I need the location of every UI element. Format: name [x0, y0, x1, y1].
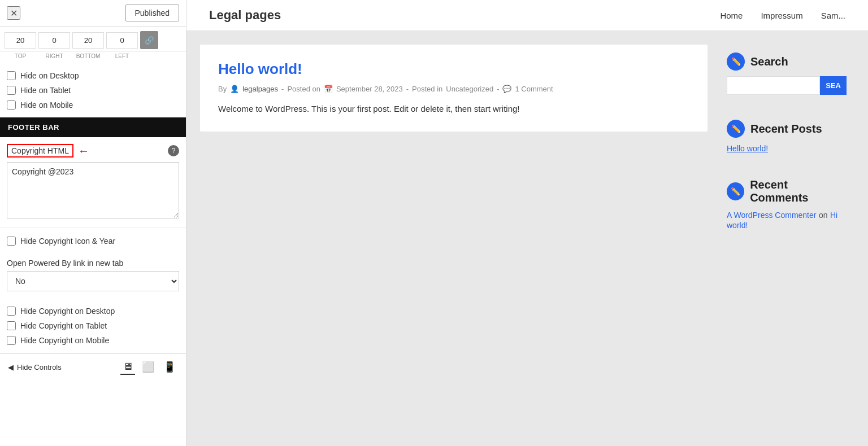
search-row: SEA: [727, 76, 847, 95]
posted-on-text: Posted on: [287, 85, 320, 93]
hide-mobile-option[interactable]: Hide on Mobile: [7, 98, 179, 112]
hide-copyright-icon-year-option[interactable]: Hide Copyright Icon & Year: [7, 234, 179, 248]
hide-copyright-tablet-option[interactable]: Hide Copyright on Tablet: [7, 318, 179, 333]
post-dash-1: -: [281, 85, 284, 93]
hide-mobile-label: Hide on Mobile: [20, 100, 73, 110]
calendar-icon: 📅: [324, 85, 333, 93]
device-icons: 🖥 ⬜ 📱: [120, 360, 178, 375]
powered-by-section: Open Powered By link in new tab No Yes: [0, 254, 186, 298]
padding-right-input[interactable]: [38, 32, 70, 49]
hide-copyright-icon-year-label: Hide Copyright Icon & Year: [20, 237, 115, 246]
hide-copyright-desktop-checkbox[interactable]: [7, 307, 16, 316]
recent-posts-icon: ✏️: [727, 120, 745, 138]
hide-desktop-label: Hide on Desktop: [20, 71, 79, 80]
comment-on-text: on: [819, 211, 828, 220]
post-dash-3: -: [497, 85, 499, 93]
copyright-label-row: Copyright HTML ← ?: [7, 144, 179, 158]
hide-copyright-desktop-option[interactable]: Hide Copyright on Desktop: [7, 304, 179, 318]
post-title: Hello world!: [218, 60, 689, 78]
top-label: TOP: [5, 53, 36, 59]
hide-controls-button[interactable]: ◀ Hide Controls: [8, 363, 62, 371]
copyright-html-label: Copyright HTML: [7, 144, 73, 158]
recent-posts-header: ✏️ Recent Posts: [727, 120, 847, 138]
nav-impressum[interactable]: Impressum: [761, 11, 802, 20]
hide-desktop-option[interactable]: Hide on Desktop: [7, 68, 179, 83]
recent-comments-header: ✏️ Recent Comments: [727, 178, 847, 204]
left-panel: ✕ Published 🔗 TOP RIGHT BOTTOM LEFT Hide…: [0, 0, 186, 446]
bottom-bar: ◀ Hide Controls 🖥 ⬜ 📱: [0, 353, 186, 381]
padding-top-input[interactable]: [5, 32, 36, 49]
top-bar: ✕ Published: [0, 0, 186, 27]
post-author: legalpages: [242, 85, 278, 93]
link-padding-button[interactable]: 🔗: [140, 31, 158, 49]
post-area: Hello world! By 👤 legalpages - Posted on…: [200, 45, 708, 432]
tablet-icon[interactable]: ⬜: [140, 360, 157, 375]
copyright-html-section: Copyright HTML ← ? Copyright @2023: [0, 137, 186, 228]
powered-by-select[interactable]: No Yes: [7, 271, 179, 291]
recent-post-link[interactable]: Hello world!: [727, 144, 768, 153]
search-widget: ✏️ Search SEA: [719, 45, 854, 103]
search-widget-header: ✏️ Search: [727, 53, 847, 71]
hide-copyright-mobile-option[interactable]: Hide Copyright on Mobile: [7, 333, 179, 348]
hide-desktop-checkbox[interactable]: [7, 71, 16, 80]
hide-mobile-checkbox[interactable]: [7, 100, 16, 110]
post-card: Hello world! By 👤 legalpages - Posted on…: [200, 45, 708, 132]
sidebar: ✏️ Search SEA ✏️ Recent Posts Hello worl…: [719, 45, 854, 432]
desktop-icon[interactable]: 🖥: [120, 360, 135, 375]
recent-comments-widget: ✏️ Recent Comments A WordPress Commenter…: [719, 170, 854, 238]
search-widget-icon: ✏️: [727, 53, 745, 71]
padding-bottom-input[interactable]: [72, 32, 104, 49]
mobile-icon[interactable]: 📱: [161, 360, 178, 375]
copyright-textarea[interactable]: Copyright @2023: [7, 162, 179, 218]
post-comments: 1 Comment: [515, 85, 553, 93]
search-widget-title: Search: [750, 55, 788, 68]
author-icon: 👤: [230, 85, 239, 93]
right-panel: Legal pages Home Impressum Sam... Hello …: [186, 0, 868, 446]
post-by: By: [218, 85, 227, 93]
footer-bar-header: FOOTER BAR: [0, 117, 186, 137]
hide-copyright-mobile-label: Hide Copyright on Mobile: [20, 336, 109, 345]
right-label: RIGHT: [38, 53, 70, 59]
post-meta: By 👤 legalpages - Posted on 📅 September …: [218, 85, 689, 93]
recent-comments-title: Recent Comments: [750, 178, 847, 204]
post-in-text: Posted in: [412, 85, 442, 93]
hide-tablet-option[interactable]: Hide on Tablet: [7, 83, 179, 98]
hide-copyright-desktop-label: Hide Copyright on Desktop: [20, 307, 115, 316]
recent-comments-icon: ✏️: [727, 182, 744, 200]
post-date: September 28, 2023: [336, 85, 403, 93]
hide-copyright-mobile-checkbox[interactable]: [7, 336, 16, 345]
padding-labels: TOP RIGHT BOTTOM LEFT: [0, 52, 186, 64]
search-button[interactable]: SEA: [820, 76, 847, 95]
hide-controls-label: Hide Controls: [17, 363, 62, 371]
chevron-left-icon: ◀: [8, 363, 14, 371]
bottom-label: BOTTOM: [72, 53, 104, 59]
close-button[interactable]: ✕: [7, 6, 20, 20]
hide-tablet-label: Hide on Tablet: [20, 86, 71, 95]
published-button[interactable]: Published: [125, 5, 180, 21]
recent-posts-widget: ✏️ Recent Posts Hello world!: [719, 112, 854, 161]
commenter-link[interactable]: A WordPress Commenter: [727, 211, 816, 220]
arrow-indicator: ←: [78, 145, 89, 158]
padding-row: 🔗: [0, 27, 186, 52]
left-label: LEFT: [106, 53, 138, 59]
padding-left-input[interactable]: [106, 32, 138, 49]
copyright-visibility-section: Hide Copyright on Desktop Hide Copyright…: [0, 298, 186, 353]
search-input[interactable]: [727, 76, 820, 95]
post-category: Uncategorized: [446, 85, 493, 93]
options-section: Hide Copyright Icon & Year: [0, 228, 186, 254]
nav-sam[interactable]: Sam...: [821, 11, 845, 20]
hide-copyright-tablet-label: Hide Copyright on Tablet: [20, 321, 107, 330]
nav-home[interactable]: Home: [720, 11, 743, 20]
post-content: Welcome to WordPress. This is your first…: [218, 102, 689, 116]
hide-tablet-checkbox[interactable]: [7, 86, 16, 95]
site-title: Legal pages: [209, 8, 281, 23]
hide-copyright-tablet-checkbox[interactable]: [7, 321, 16, 330]
visibility-section: Hide on Desktop Hide on Tablet Hide on M…: [0, 64, 186, 117]
main-content: Hello world! By 👤 legalpages - Posted on…: [186, 31, 868, 446]
help-icon[interactable]: ?: [168, 145, 179, 156]
post-dash-2: -: [406, 85, 409, 93]
comment-icon: 💬: [502, 85, 511, 93]
site-header: Legal pages Home Impressum Sam...: [186, 0, 868, 31]
hide-copyright-icon-year-checkbox[interactable]: [7, 237, 16, 246]
recent-posts-title: Recent Posts: [750, 123, 822, 135]
